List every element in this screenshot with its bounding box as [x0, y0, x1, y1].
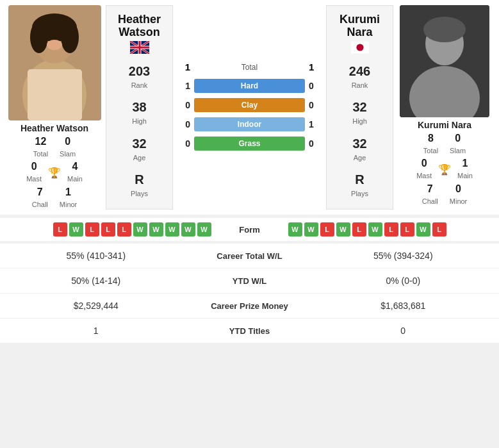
player2-slam: 0 Slam [450, 133, 466, 156]
svg-point-14 [423, 17, 466, 42]
player1-name-label: Heather Watson [20, 123, 88, 133]
player2-form-badge: W [368, 222, 382, 236]
stats-table: 55% (410-341)Career Total W/L55% (394-32… [0, 244, 499, 343]
player2-main: 1 Main [457, 158, 473, 181]
table-row: 50% (14-14)YTD W/L0% (0-0) [0, 269, 499, 294]
grass-comparison-row: 0 Grass 0 [176, 137, 323, 151]
player1-stats-panel: Heather Watson 203 Rank 38 [106, 5, 173, 210]
player2-photo-col: Kurumi Nara 8 Total 0 Slam 0 Mast [393, 5, 496, 210]
player2-age-block: 32 Age [352, 134, 366, 165]
table-cell-center: Career Prize Money [183, 301, 317, 311]
player2-form-badge: W [416, 222, 430, 236]
player1-chall: 7 Chall [32, 187, 48, 210]
player1-minor: 1 Minor [60, 187, 78, 210]
player1-form: LWLLLWWWWW [5, 222, 218, 236]
player2-form-badge: W [288, 222, 302, 236]
player2-form-badge: W [304, 222, 318, 236]
player1-slam: 0 Slam [60, 136, 76, 159]
clay-comparison-row: 0 Clay 0 [176, 98, 323, 112]
player1-total-slam-row: 12 Total 0 Slam [33, 136, 76, 159]
player2-plays-block: R Plays [351, 170, 368, 201]
player1-form-badge: L [85, 222, 99, 236]
player1-main: 4 Main [67, 161, 83, 184]
player2-photo [400, 5, 489, 117]
player2-mast-main-row: 0 Mast 🏆 1 Main [416, 158, 473, 181]
player2-trophy-icon: 🏆 [438, 163, 451, 176]
player1-plays-block: R Plays [131, 170, 148, 201]
player1-flag-icon [129, 41, 150, 54]
svg-point-4 [30, 21, 48, 53]
player1-photo [8, 5, 101, 120]
player1-form-badge: W [133, 222, 147, 236]
form-section: LWLLLWWWWW Form WWLWLWLLWL [0, 218, 499, 241]
player1-name-flag: Heather Watson [118, 13, 161, 57]
player1-photo-col: Heather Watson 12 Total 0 Slam 0 Mast [3, 5, 106, 210]
table-row: $2,529,444Career Prize Money$1,683,681 [0, 294, 499, 319]
player1-mast-main-row: 0 Mast 🏆 4 Main [26, 161, 83, 184]
player2-chall: 7 Chall [422, 183, 438, 206]
player2-flag-icon [351, 41, 369, 54]
table-cell-right: 0% (0-0) [317, 276, 490, 286]
player1-form-badge: L [117, 222, 131, 236]
main-container: Heather Watson 12 Total 0 Slam 0 Mast [0, 0, 499, 343]
player2-rank-block: 246 Rank [349, 62, 370, 93]
table-cell-left: 55% (410-341) [10, 251, 183, 261]
player1-form-badge: W [181, 222, 195, 236]
player2-mast: 0 Mast [416, 158, 432, 181]
indoor-comparison-row: 0 Indoor 1 [176, 117, 323, 131]
total-comparison-row: 1 Total 1 [176, 62, 323, 72]
table-cell-left: $2,529,444 [10, 301, 183, 311]
player2-name-flag: Kurumi Nara [330, 13, 389, 57]
player2-form-badge: L [352, 222, 366, 236]
player1-form-badge: W [165, 222, 179, 236]
form-label: Form [218, 225, 282, 235]
player1-form-badge: W [69, 222, 83, 236]
player1-form-badge: W [197, 222, 211, 236]
player1-age-block: 32 Age [132, 134, 146, 165]
player2-chall-minor-row: 7 Chall 0 Minor [422, 183, 468, 206]
player2-form-badge: L [400, 222, 414, 236]
svg-rect-6 [28, 69, 82, 120]
center-comparison: 1 Total 1 1 Hard 0 0 Clay 0 0 Indoor 1 0 [173, 5, 326, 210]
player2-high-block: 32 High [352, 97, 367, 129]
table-row: 1YTD Titles0 [0, 319, 499, 343]
player-comparison-top: Heather Watson 12 Total 0 Slam 0 Mast [0, 0, 499, 215]
table-cell-center: YTD W/L [183, 276, 317, 286]
hard-comparison-row: 1 Hard 0 [176, 79, 323, 93]
player1-high-block: 38 High [132, 97, 147, 129]
table-cell-left: 50% (14-14) [10, 276, 183, 286]
player2-form: WWLWLWLLWL [282, 222, 495, 236]
player2-form-badge: L [432, 222, 446, 236]
table-cell-left: 1 [10, 326, 183, 336]
table-cell-right: 55% (394-324) [317, 251, 490, 261]
player1-mast: 0 Mast [26, 161, 42, 184]
table-cell-center: YTD Titles [183, 326, 317, 336]
player1-rank-block: 203 Rank [129, 62, 150, 93]
player2-total: 8 Total [423, 133, 438, 156]
player2-form-badge: W [336, 222, 350, 236]
player1-total: 12 Total [33, 136, 48, 159]
table-cell-center: Career Total W/L [183, 251, 317, 261]
table-cell-right: 0 [317, 326, 490, 336]
player1-form-badge: W [149, 222, 163, 236]
player2-minor: 0 Minor [450, 183, 468, 206]
player2-form-badge: L [320, 222, 334, 236]
player1-chall-minor-row: 7 Chall 1 Minor [32, 187, 78, 210]
player2-form-badge: L [384, 222, 398, 236]
table-row: 55% (410-341)Career Total W/L55% (394-32… [0, 244, 499, 269]
svg-point-5 [61, 21, 79, 53]
table-cell-right: $1,683,681 [317, 301, 490, 311]
player2-total-slam-row: 8 Total 0 Slam [423, 133, 466, 156]
svg-point-7 [47, 40, 62, 50]
player2-stats-panel: Kurumi Nara 246 Rank 32 High 32 Ag [326, 5, 393, 210]
player2-name-label: Kurumi Nara [418, 120, 471, 130]
svg-point-10 [356, 44, 363, 51]
player1-trophy-icon: 🏆 [48, 167, 61, 179]
player1-form-badge: L [101, 222, 115, 236]
player1-form-badge: L [53, 222, 67, 236]
